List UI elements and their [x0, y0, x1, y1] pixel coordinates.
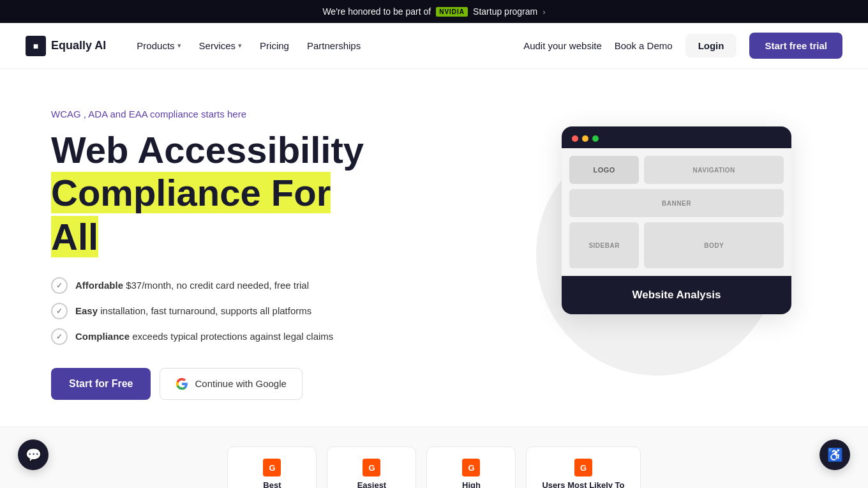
dot-red: [572, 135, 578, 142]
hero-content: WCAG , ADA and EAA compliance starts her…: [51, 109, 383, 400]
announcement-text-before: We're honored to be part of: [322, 6, 431, 17]
book-demo-link[interactable]: Book a Demo: [615, 40, 673, 51]
nav-item-pricing[interactable]: Pricing: [252, 35, 297, 56]
continue-with-google-button[interactable]: Continue with Google: [160, 368, 302, 400]
badge-label-easiest: Easiest: [357, 480, 387, 488]
hero-section: WCAG , ADA and EAA compliance starts her…: [0, 69, 868, 427]
logo[interactable]: ■ Equally AI: [26, 36, 106, 56]
navbar: ■ Equally AI Products ▾ Services ▾ Prici…: [0, 23, 868, 69]
logo-icon: ■: [26, 36, 46, 56]
g2-icon-easiest: G: [363, 459, 380, 477]
mock-logo-block: Logo: [569, 156, 639, 184]
nav-left: ■ Equally AI Products ▾ Services ▾ Prici…: [26, 35, 368, 56]
nav-item-products[interactable]: Products ▾: [129, 35, 188, 56]
login-button[interactable]: Login: [685, 34, 737, 57]
announcement-bar: We're honored to be part of NVIDIA Start…: [0, 0, 868, 23]
hero-title: Web Accessibility Compliance For All: [51, 130, 383, 259]
logo-text: Equally AI: [51, 39, 106, 52]
services-chevron-icon: ▾: [238, 42, 242, 50]
feature-text-compliance: exceeds typical protections against lega…: [130, 331, 333, 342]
check-icon-affordable: ✓: [51, 277, 68, 294]
mockup-footer: Website Analysis: [562, 276, 791, 314]
nav-link-partnerships[interactable]: Partnerships: [299, 35, 368, 56]
nav-item-services[interactable]: Services ▾: [191, 35, 250, 56]
check-icon-compliance: ✓: [51, 328, 68, 345]
start-free-trial-button[interactable]: Start free trial: [749, 33, 842, 59]
feature-text-affordable: $37/month, no credit card needed, free t…: [123, 280, 309, 291]
feature-item-affordable: ✓ Affordable $37/month, no credit card n…: [51, 277, 383, 294]
nav-link-services[interactable]: Services ▾: [191, 35, 250, 56]
feature-bold-affordable: Affordable: [75, 280, 123, 291]
feature-bold-easy: Easy: [75, 305, 98, 316]
hero-title-highlight: Compliance For All: [51, 172, 331, 258]
nav-link-products[interactable]: Products ▾: [129, 35, 188, 56]
feature-item-easy: ✓ Easy installation, fast turnaround, su…: [51, 303, 383, 319]
dot-green: [592, 135, 599, 142]
audit-website-link[interactable]: Audit your website: [523, 40, 602, 51]
chat-bubble-button[interactable]: 💬: [18, 439, 49, 470]
hero-tagline: WCAG , ADA and EAA compliance starts her…: [51, 109, 383, 119]
hero-visual: Logo NAVIGATION BANNER SIDEBAR BODY Webs…: [511, 107, 817, 401]
google-button-label: Continue with Google: [195, 378, 286, 389]
nav-item-partnerships[interactable]: Partnerships: [299, 35, 368, 56]
g2-icon-users: G: [574, 459, 592, 477]
accessibility-button[interactable]: ♿: [819, 439, 850, 470]
google-icon: [176, 377, 188, 390]
badge-label-best: Best: [263, 480, 281, 488]
badges-section: G Best G Easiest G High G Users Most Lik…: [0, 427, 868, 488]
hero-title-line1: Web Accessibility: [51, 129, 364, 171]
mockup-body: Logo NAVIGATION BANNER SIDEBAR BODY: [562, 148, 791, 276]
nav-menu: Products ▾ Services ▾ Pricing Partnershi…: [129, 35, 368, 56]
announcement-arrow: ›: [542, 7, 545, 17]
feature-text-easy: installation, fast turnaround, supports …: [98, 305, 311, 316]
nav-right: Audit your website Book a Demo Login Sta…: [523, 33, 842, 59]
mock-nav-block: NAVIGATION: [644, 156, 784, 184]
g2-icon-high: G: [462, 459, 480, 477]
feature-item-compliance: ✓ Compliance exceeds typical protections…: [51, 328, 383, 345]
nav-link-pricing[interactable]: Pricing: [252, 35, 297, 56]
g2-icon-best: G: [263, 459, 281, 477]
badge-best: G Best: [227, 446, 317, 488]
nvidia-logo: NVIDIA: [436, 7, 468, 17]
dot-yellow: [582, 135, 588, 142]
badge-easiest: G Easiest: [327, 446, 416, 488]
badge-label-users: Users Most Likely To: [542, 480, 624, 488]
announcement-text-after: Startup program: [473, 6, 537, 17]
products-chevron-icon: ▾: [177, 42, 181, 50]
badge-high: G High: [426, 446, 516, 488]
hero-buttons: Start for Free Continue with Google: [51, 368, 383, 400]
mockup-card: Logo NAVIGATION BANNER SIDEBAR BODY Webs…: [562, 126, 791, 314]
mock-body-block: BODY: [644, 222, 784, 268]
feature-bold-compliance: Compliance: [75, 331, 130, 342]
hero-features-list: ✓ Affordable $37/month, no credit card n…: [51, 277, 383, 345]
start-for-free-button[interactable]: Start for Free: [51, 368, 151, 400]
mock-banner-block: BANNER: [569, 189, 784, 217]
badge-label-high: High: [462, 480, 481, 488]
mockup-header: [562, 126, 791, 148]
badge-users: G Users Most Likely To: [526, 446, 640, 488]
mock-sidebar-block: SIDEBAR: [569, 222, 639, 268]
check-icon-easy: ✓: [51, 303, 68, 319]
